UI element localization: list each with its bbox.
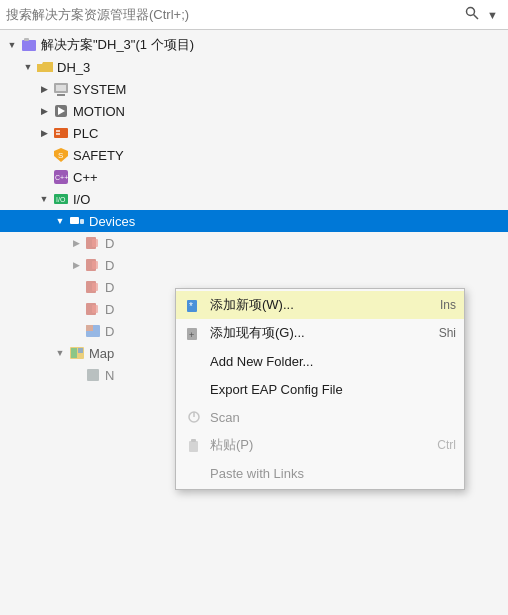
tree-item-system[interactable]: SYSTEM — [0, 78, 508, 100]
svg-rect-22 — [92, 239, 98, 247]
arrow-motion — [36, 103, 52, 119]
d5-label: D — [105, 324, 114, 339]
menu-item-paste[interactable]: 粘贴(P) Ctrl — [176, 431, 464, 459]
add-existing-label: 添加现有项(G)... — [210, 324, 419, 342]
icon-devices — [68, 212, 86, 230]
icon-map-child — [84, 366, 102, 384]
tree-item-plc[interactable]: PLC — [0, 122, 508, 144]
paste-icon — [184, 435, 204, 455]
icon-io: I/O — [52, 190, 70, 208]
tree-item-d2[interactable]: D — [0, 254, 508, 276]
expand-button[interactable]: ▼ — [483, 7, 502, 23]
paste-label: 粘贴(P) — [210, 436, 417, 454]
arrow-solution — [4, 37, 20, 53]
scan-label: Scan — [210, 410, 436, 425]
menu-item-paste-links[interactable]: Paste with Links — [176, 459, 464, 487]
add-folder-label: Add New Folder... — [210, 354, 436, 369]
paste-shortcut: Ctrl — [437, 438, 456, 452]
system-label: SYSTEM — [73, 82, 126, 97]
add-existing-icon: + — [184, 323, 204, 343]
svg-rect-19 — [70, 217, 79, 224]
svg-rect-3 — [24, 38, 29, 41]
icon-dh3 — [36, 58, 54, 76]
svg-rect-28 — [92, 305, 98, 313]
svg-rect-24 — [92, 261, 98, 269]
arrow-cpp — [36, 169, 52, 185]
icon-cpp: C++ — [52, 168, 70, 186]
svg-point-0 — [467, 8, 475, 16]
d3-label: D — [105, 280, 114, 295]
svg-text:I/O: I/O — [56, 196, 66, 203]
tree-item-d1[interactable]: D — [0, 232, 508, 254]
search-icon — [465, 6, 479, 20]
paste-links-icon — [184, 463, 204, 483]
tree-item-solution[interactable]: 解决方案"DH_3"(1 个项目) — [0, 34, 508, 56]
map-child-label: N — [105, 368, 114, 383]
tree-item-motion[interactable]: MOTION — [0, 100, 508, 122]
icon-d1 — [84, 234, 102, 252]
d4-label: D — [105, 302, 114, 317]
add-new-icon: * — [184, 295, 204, 315]
arrow-io — [36, 191, 52, 207]
add-folder-icon — [184, 351, 204, 371]
svg-rect-20 — [80, 219, 84, 224]
icon-map — [68, 344, 86, 362]
svg-rect-33 — [78, 348, 83, 353]
arrow-d2 — [68, 257, 84, 273]
paste-links-label: Paste with Links — [210, 466, 436, 481]
plc-label: PLC — [73, 126, 98, 141]
icon-solution — [20, 36, 38, 54]
icon-safety: S — [52, 146, 70, 164]
menu-item-add-existing[interactable]: + 添加现有项(G)... Shi — [176, 319, 464, 347]
svg-rect-26 — [92, 283, 98, 291]
search-bar: ▼ — [0, 0, 508, 30]
svg-rect-12 — [56, 133, 60, 135]
svg-rect-11 — [56, 130, 60, 132]
icon-d5 — [84, 322, 102, 340]
arrow-d5 — [68, 323, 84, 339]
arrow-system — [36, 81, 52, 97]
svg-rect-30 — [86, 325, 93, 331]
arrow-dh3 — [20, 59, 36, 75]
svg-rect-41 — [189, 441, 198, 452]
search-input[interactable] — [6, 7, 461, 22]
menu-item-add-folder[interactable]: Add New Folder... — [176, 347, 464, 375]
devices-label: Devices — [89, 214, 135, 229]
icon-d4 — [84, 300, 102, 318]
search-button[interactable] — [461, 4, 483, 25]
tree-item-dh3[interactable]: DH_3 — [0, 56, 508, 78]
add-existing-shortcut: Shi — [439, 326, 456, 340]
menu-item-export-eap[interactable]: Export EAP Config File — [176, 375, 464, 403]
svg-marker-4 — [37, 62, 53, 72]
safety-label: SAFETY — [73, 148, 124, 163]
solution-label: 解决方案"DH_3"(1 个项目) — [41, 36, 194, 54]
svg-rect-2 — [22, 40, 36, 51]
tree-item-devices[interactable]: Devices — [0, 210, 508, 232]
icon-d3 — [84, 278, 102, 296]
export-eap-icon — [184, 379, 204, 399]
icon-d2 — [84, 256, 102, 274]
tree-item-safety[interactable]: S SAFETY — [0, 144, 508, 166]
arrow-safety — [36, 147, 52, 163]
svg-text:C++: C++ — [55, 174, 68, 181]
svg-rect-7 — [56, 85, 66, 91]
add-new-label: 添加新项(W)... — [210, 296, 420, 314]
arrow-plc — [36, 125, 52, 141]
arrow-d1 — [68, 235, 84, 251]
menu-item-add-new[interactable]: * 添加新项(W)... Ins — [176, 291, 464, 319]
svg-rect-42 — [191, 439, 196, 442]
dh3-label: DH_3 — [57, 60, 90, 75]
add-new-shortcut: Ins — [440, 298, 456, 312]
tree-item-io[interactable]: I/O I/O — [0, 188, 508, 210]
svg-text:+: + — [189, 330, 194, 340]
icon-plc — [52, 124, 70, 142]
arrow-map-child — [68, 367, 84, 383]
d2-label: D — [105, 258, 114, 273]
svg-rect-34 — [87, 369, 99, 381]
svg-line-1 — [474, 15, 479, 20]
menu-item-scan[interactable]: Scan — [176, 403, 464, 431]
tree-item-cpp[interactable]: C++ C++ — [0, 166, 508, 188]
icon-motion — [52, 102, 70, 120]
map-label: Map — [89, 346, 114, 361]
svg-rect-32 — [71, 348, 77, 358]
